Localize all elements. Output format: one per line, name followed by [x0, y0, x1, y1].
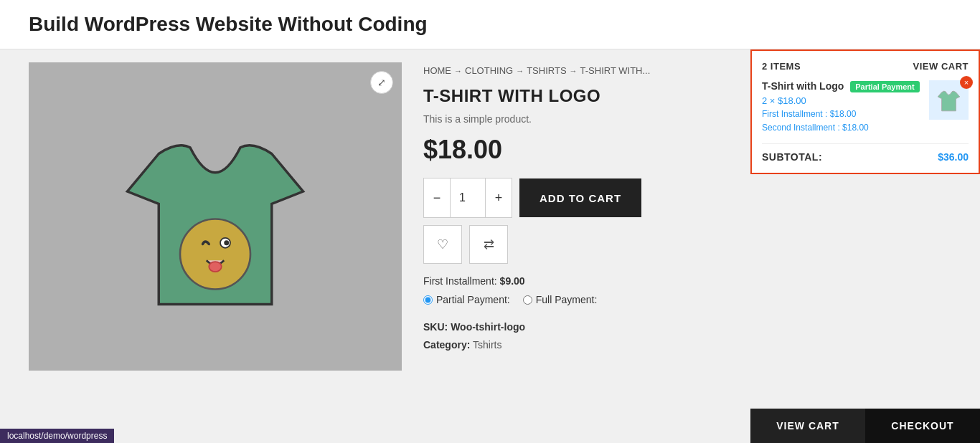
- add-to-cart-button[interactable]: ADD TO CART: [519, 178, 641, 217]
- cart-subtotal: SUBTOTAL: $36.00: [762, 143, 969, 163]
- cart-header: 2 ITEMS VIEW CART: [762, 61, 969, 72]
- cart-item-info: T-Shirt with Logo Partial Payment 2 × $1…: [762, 80, 922, 135]
- wishlist-button[interactable]: ♡: [423, 225, 462, 264]
- quantity-control: − +: [423, 178, 512, 218]
- quantity-decrease-button[interactable]: −: [424, 178, 450, 217]
- svg-point-2: [224, 240, 229, 245]
- breadcrumb-home[interactable]: HOME: [423, 65, 451, 76]
- partial-payment-option[interactable]: Partial Payment:: [423, 294, 510, 305]
- site-header: Build WordPress Website Without Coding: [0, 0, 980, 49]
- compare-button[interactable]: ⇄: [469, 225, 508, 264]
- svg-point-3: [209, 262, 222, 272]
- bottom-buttons: VIEW CART CHECKOUT: [750, 409, 980, 443]
- action-row: ♡ ⇄: [423, 225, 951, 264]
- payment-options: Partial Payment: Full Payment:: [423, 294, 951, 305]
- cart-item-name: T-Shirt with Logo Partial Payment: [762, 80, 922, 92]
- cart-item: T-Shirt with Logo Partial Payment 2 × $1…: [762, 80, 969, 135]
- cart-item-installments: First Installment : $18.00 Second Instal…: [762, 108, 922, 135]
- cart-item-qty-price: 2 × $18.00: [762, 95, 922, 106]
- cart-dropdown: 2 ITEMS VIEW CART T-Shirt with Logo Part…: [750, 49, 980, 174]
- svg-point-0: [180, 219, 250, 290]
- product-image: [90, 91, 341, 342]
- quantity-input[interactable]: [450, 178, 486, 217]
- subtotal-amount: $36.00: [938, 151, 969, 163]
- breadcrumb-current: T-SHIRT WITH...: [580, 65, 651, 76]
- partial-payment-badge: Partial Payment: [850, 81, 920, 92]
- quantity-increase-button[interactable]: +: [486, 178, 512, 217]
- category-row: Category: Tshirts: [423, 336, 951, 354]
- status-bar: localhost/demo/wordpress: [0, 429, 114, 443]
- category-link[interactable]: Tshirts: [473, 339, 501, 351]
- full-payment-radio[interactable]: [523, 295, 532, 305]
- breadcrumb-tshirts[interactable]: TSHIRTS: [527, 65, 566, 76]
- expand-button[interactable]: ⤢: [370, 71, 393, 94]
- site-title: Build WordPress Website Without Coding: [29, 13, 951, 36]
- sku-row: SKU: Woo-tshirt-logo: [423, 318, 951, 336]
- checkout-button[interactable]: CHECKOUT: [865, 409, 980, 443]
- cart-items-count: 2 ITEMS: [762, 61, 801, 72]
- breadcrumb-clothing[interactable]: CLOTHING: [465, 65, 513, 76]
- add-to-cart-row: − + ADD TO CART: [423, 178, 951, 218]
- product-image-area: ⤢: [29, 62, 402, 371]
- cart-item-remove-button[interactable]: ×: [960, 76, 973, 89]
- installment-info: First Installment: $9.00: [423, 275, 951, 287]
- subtotal-label: SUBTOTAL:: [762, 151, 822, 163]
- product-meta: SKU: Woo-tshirt-logo Category: Tshirts: [423, 318, 951, 354]
- full-payment-option[interactable]: Full Payment:: [523, 294, 598, 305]
- partial-payment-radio[interactable]: [423, 295, 433, 305]
- view-cart-header-link[interactable]: VIEW CART: [913, 61, 969, 72]
- view-cart-button[interactable]: VIEW CART: [750, 409, 865, 443]
